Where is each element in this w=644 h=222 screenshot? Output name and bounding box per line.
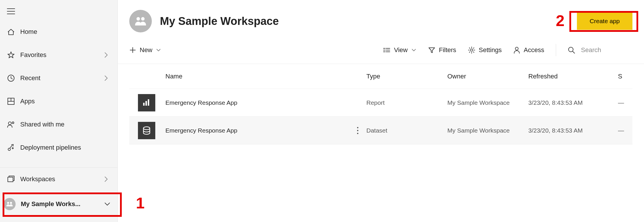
table-row[interactable]: Emergency Response AppDatasetMy Sample W…: [129, 117, 632, 144]
svg-point-8: [12, 122, 14, 124]
toolbar: New View Filters: [118, 38, 644, 64]
svg-point-24: [470, 49, 473, 51]
create-app-button[interactable]: Create app: [577, 12, 632, 30]
pipeline-icon: [7, 144, 20, 152]
nav-workspaces[interactable]: Workspaces: [0, 168, 117, 191]
current-workspace[interactable]: My Sample Works...: [0, 193, 117, 215]
svg-point-14: [136, 17, 140, 21]
svg-point-13: [10, 202, 12, 204]
current-workspace-name: My Sample Works...: [21, 200, 103, 208]
settings-label: Settings: [479, 46, 502, 54]
col-owner[interactable]: Owner: [447, 73, 528, 80]
chevron-down-icon: [156, 48, 161, 52]
star-icon: [7, 51, 20, 59]
table-row[interactable]: Emergency Response AppReportMy Sample Wo…: [129, 89, 632, 117]
nav-label: Deployment pipelines: [20, 144, 110, 151]
row-type: Dataset: [366, 127, 447, 134]
nav-recent[interactable]: Recent: [0, 67, 117, 90]
content-table: Name Type Owner Refreshed S Emergency Re…: [118, 64, 644, 144]
view-icon: [383, 47, 390, 53]
filter-icon: [428, 47, 436, 54]
svg-rect-28: [143, 103, 145, 106]
plus-icon: [129, 47, 136, 54]
row-type: Report: [366, 99, 447, 106]
search[interactable]: [568, 46, 632, 54]
more-vertical-icon: [357, 126, 359, 135]
row-name[interactable]: Emergency Response App: [164, 127, 349, 134]
access-button[interactable]: Access: [513, 46, 544, 54]
svg-point-31: [143, 127, 150, 130]
new-label: New: [140, 46, 152, 54]
chevron-right-icon: [102, 176, 110, 182]
svg-point-15: [141, 17, 145, 21]
nav-label: Home: [20, 28, 110, 36]
person-icon: [513, 46, 520, 54]
view-button[interactable]: View: [383, 46, 416, 54]
col-name[interactable]: Name: [164, 73, 349, 80]
nav-home[interactable]: Home: [0, 20, 117, 43]
row-refreshed: 3/23/20, 8:43:53 AM: [528, 127, 618, 134]
table-header: Name Type Owner Refreshed S: [129, 64, 632, 89]
nav-label: Shared with me: [20, 121, 110, 128]
report-icon: [138, 94, 155, 111]
search-input[interactable]: [580, 46, 632, 54]
access-label: Access: [524, 46, 544, 54]
home-icon: [7, 28, 20, 36]
view-label: View: [394, 46, 407, 54]
nav-shared[interactable]: Shared with me: [0, 113, 117, 136]
workspaces-icon: [7, 175, 20, 183]
main: My Sample Workspace Create app 2 New V: [118, 0, 644, 222]
row-more-menu[interactable]: [349, 126, 366, 135]
nav-label: Workspaces: [20, 175, 102, 183]
col-refreshed[interactable]: Refreshed: [528, 73, 618, 80]
svg-point-12: [7, 202, 9, 204]
svg-point-34: [357, 133, 359, 134]
toolbar-separator: [556, 44, 556, 56]
nav-label: Recent: [20, 74, 102, 82]
dataset-icon: [138, 122, 155, 139]
settings-button[interactable]: Settings: [468, 46, 502, 54]
search-icon: [568, 46, 575, 54]
filters-button[interactable]: Filters: [428, 46, 456, 54]
svg-point-32: [357, 127, 359, 128]
nav-label: Apps: [20, 98, 110, 105]
row-owner: My Sample Workspace: [447, 99, 528, 106]
row-sensitivity: —: [618, 127, 632, 134]
apps-icon: [7, 97, 20, 105]
workspace-avatar-icon: [3, 198, 16, 210]
nav-pipelines[interactable]: Deployment pipelines: [0, 136, 117, 159]
nav-favorites[interactable]: Favorites: [0, 43, 117, 67]
hamburger-icon: [7, 8, 15, 14]
svg-point-9: [8, 148, 10, 151]
sidebar: Home Favorites Recent: [0, 0, 118, 222]
row-sensitivity: —: [618, 99, 632, 106]
chevron-down-icon: [103, 202, 112, 206]
row-name[interactable]: Emergency Response App: [164, 99, 349, 106]
svg-rect-29: [145, 101, 147, 106]
svg-rect-30: [148, 99, 149, 106]
svg-point-25: [515, 47, 518, 50]
row-refreshed: 3/23/20, 8:43:53 AM: [528, 99, 618, 106]
svg-point-10: [12, 148, 13, 149]
col-type[interactable]: Type: [366, 73, 447, 80]
hamburger-menu[interactable]: [0, 0, 117, 20]
nav-apps[interactable]: Apps: [0, 90, 117, 113]
new-button[interactable]: New: [129, 46, 161, 54]
chevron-down-icon: [411, 48, 416, 52]
chevron-right-icon: [102, 75, 110, 81]
workspace-title: My Sample Workspace: [160, 15, 577, 27]
workspace-avatar-icon: [129, 10, 152, 32]
workspace-header: My Sample Workspace Create app: [118, 0, 644, 38]
nav-label: Favorites: [20, 51, 102, 59]
svg-point-33: [357, 130, 359, 131]
svg-rect-11: [8, 177, 13, 182]
svg-line-27: [573, 51, 575, 53]
col-sensitivity[interactable]: S: [618, 73, 632, 80]
clock-icon: [7, 74, 20, 82]
gear-icon: [468, 46, 475, 54]
svg-point-7: [8, 122, 11, 125]
shared-icon: [7, 120, 20, 129]
nav: Home Favorites Recent: [0, 20, 117, 215]
filters-label: Filters: [439, 46, 456, 54]
chevron-right-icon: [102, 52, 110, 58]
